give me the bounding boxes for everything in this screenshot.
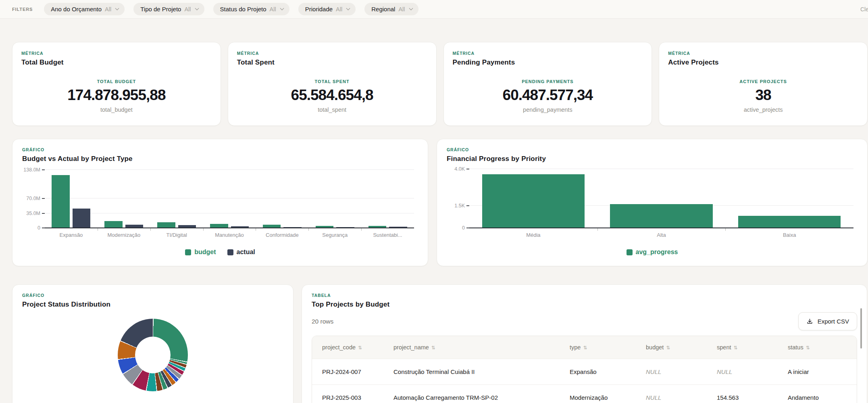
column-header-spent[interactable]: spent⇅ — [717, 336, 788, 359]
column-header-label: type — [570, 344, 581, 351]
metric-title: Total Budget — [21, 58, 212, 67]
chevron-down-icon — [280, 6, 284, 10]
y-axis-tick-label: 0 — [462, 225, 465, 231]
bar-budget-ti-digital — [157, 222, 175, 228]
metric-label: ACTIVE PROJECTS — [668, 79, 858, 84]
filter-pill-prioridade[interactable]: PrioridadeAll — [298, 3, 356, 15]
y-axis-tick-label: 1.5K — [454, 203, 465, 209]
metric-label: TOTAL BUDGET — [21, 79, 212, 84]
filter-pill-ano-do-orcamento[interactable]: Ano do OrçamentoAll — [44, 3, 125, 15]
x-axis-tick — [150, 228, 151, 231]
table-cell: Construção Terminal Cuiabá II — [393, 359, 570, 385]
column-header-budget[interactable]: budget⇅ — [646, 336, 717, 359]
legend-swatch — [627, 249, 633, 255]
chart-title: Budget vs Actual by Project Type — [22, 155, 418, 163]
table-row: PRJ-2025-003Automação Carregamento TRM-S… — [312, 385, 857, 403]
chart-legend: avg_progress — [447, 248, 858, 256]
bar-avg-progress-media — [482, 174, 585, 228]
legend-label: budget — [194, 248, 216, 256]
y-axis-tick — [42, 213, 45, 214]
chart-title: Financial Progress by Priority — [447, 155, 858, 163]
metric-value: 65.584.654,8 — [237, 87, 427, 104]
bar-budget-expansao — [52, 175, 69, 228]
x-axis-tick — [256, 228, 256, 231]
table-cell: Expansão — [570, 359, 646, 385]
table-kicker: TABELA — [312, 293, 857, 298]
x-axis-line — [42, 228, 414, 228]
charts-row: GRÁFICO Budget vs Actual by Project Type… — [12, 139, 868, 266]
column-header-label: project_name — [393, 344, 429, 351]
chart-card-financial-progress: GRÁFICO Financial Progress by Priority 4… — [437, 139, 868, 266]
metric-card-total-spent: MÉTRICATotal SpentTOTAL SPENT65.584.654,… — [228, 42, 437, 126]
metric-kicker: MÉTRICA — [237, 51, 427, 56]
filter-pill-value: All — [336, 6, 342, 13]
chevron-down-icon — [409, 6, 413, 10]
table-cell: NULL — [646, 359, 717, 385]
legend-item-avg-progress[interactable]: avg_progress — [627, 248, 678, 256]
filter-pill-label: Prioridade — [305, 6, 333, 13]
table-scrollbar[interactable] — [860, 308, 862, 349]
x-axis-label-expansao: Expansão — [45, 232, 98, 238]
bar-group-seguranca — [308, 168, 361, 228]
legend-label: actual — [237, 248, 255, 256]
x-axis-tick — [203, 228, 204, 231]
filter-bar: FILTERS Ano do OrçamentoAllTipo de Proje… — [0, 0, 868, 19]
column-header-type[interactable]: type⇅ — [570, 336, 646, 359]
metric-value: 60.487.577,34 — [453, 87, 643, 104]
metric-cards-row: MÉTRICATotal BudgetTOTAL BUDGET174.878.9… — [12, 42, 868, 126]
y-axis-tick — [42, 169, 45, 170]
filter-pill-regional[interactable]: RegionalAll — [364, 3, 418, 15]
dashboard-main: MÉTRICATotal BudgetTOTAL BUDGET174.878.9… — [0, 19, 868, 403]
x-axis-tick — [597, 228, 598, 231]
table-cell: PRJ-2025-003 — [312, 385, 393, 403]
chevron-down-icon — [115, 6, 119, 10]
chart-kicker: GRÁFICO — [22, 293, 283, 298]
column-header-label: project_code — [322, 344, 356, 351]
table-cell: Automação Carregamento TRM-SP-02 — [393, 385, 570, 403]
sort-icon: ⇅ — [733, 345, 737, 351]
filter-pill-value: All — [398, 6, 405, 13]
y-axis-tick-label: 4.0K — [454, 166, 465, 172]
metric-label: TOTAL SPENT — [237, 79, 427, 84]
legend-swatch — [185, 249, 191, 255]
filter-pill-tipo-de-projeto[interactable]: Tipo de ProjetoAll — [133, 3, 204, 15]
bar-actual-expansao — [73, 209, 90, 228]
x-axis-label-sustentabi: Sustentabi... — [361, 232, 414, 238]
x-axis-tick — [308, 228, 309, 231]
y-axis-tick-label: 0 — [37, 225, 40, 231]
x-axis-label-ti-digital: TI/Digital — [150, 232, 203, 238]
column-header-project-name[interactable]: project_name⇅ — [393, 336, 570, 359]
table-cell: PRJ-2024-007 — [312, 359, 393, 385]
filter-pill-status-do-projeto[interactable]: Status do ProjetoAll — [213, 3, 289, 15]
y-axis-tick-label: 35.0M — [26, 211, 40, 216]
filter-pill-label: Tipo de Projeto — [140, 6, 181, 13]
metric-card-total-budget: MÉTRICATotal BudgetTOTAL BUDGET174.878.9… — [12, 42, 221, 126]
filters-label: FILTERS — [12, 7, 33, 12]
sort-icon: ⇅ — [431, 345, 435, 351]
metric-value: 38 — [668, 87, 858, 104]
sort-icon: ⇅ — [666, 345, 670, 351]
metric-card-pending-payments: MÉTRICAPending PaymentsPENDING PAYMENTS6… — [443, 42, 652, 126]
table-cell: 154.563 — [717, 385, 788, 403]
x-axis-label-manutencao: Manutenção — [203, 232, 256, 238]
bar-avg-progress-baixa — [738, 216, 841, 228]
column-header-project-code[interactable]: project_code⇅ — [312, 336, 393, 359]
metric-kicker: MÉTRICA — [21, 51, 212, 56]
bar-avg-progress-alta — [610, 204, 712, 228]
export-csv-button[interactable]: Export CSV — [798, 312, 857, 330]
column-header-label: spent — [717, 344, 731, 351]
metric-kicker: MÉTRICA — [668, 51, 858, 56]
donut-chart-status-distribution — [118, 319, 188, 391]
metric-field-name: pending_payments — [453, 106, 643, 113]
legend-item-actual[interactable]: actual — [227, 248, 255, 256]
column-header-status[interactable]: status⇅ — [788, 336, 857, 359]
bar-group-alta — [597, 168, 726, 228]
chart-card-status-distribution: GRÁFICO Project Status Distribution — [12, 284, 293, 403]
x-axis-label-alta: Alta — [597, 232, 726, 238]
legend-item-budget[interactable]: budget — [185, 248, 216, 256]
y-axis-tick-label: 70.0M — [26, 196, 40, 201]
table-card-top-projects: TABELA Top Projects by Budget 20 rows Ex… — [302, 284, 867, 403]
table-cell: Modernização — [570, 385, 646, 403]
clear-filters-link[interactable]: Cle — [860, 6, 868, 13]
y-axis-tick — [42, 198, 45, 199]
